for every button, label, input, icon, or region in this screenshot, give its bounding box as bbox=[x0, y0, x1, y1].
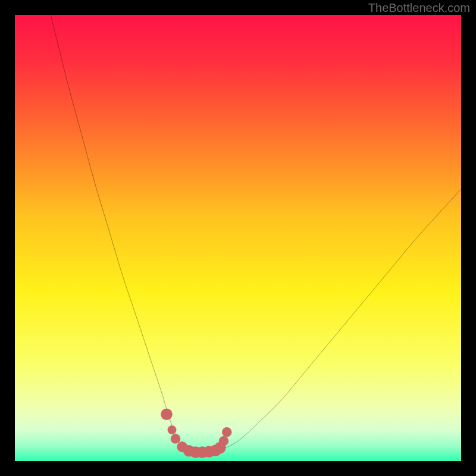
plot-area bbox=[15, 15, 461, 461]
bottleneck-curve bbox=[51, 15, 461, 452]
curve-marker bbox=[168, 425, 177, 434]
curve-marker bbox=[222, 427, 232, 437]
curve-marker bbox=[171, 434, 181, 444]
curve-marker bbox=[161, 409, 173, 420]
curve-marker bbox=[219, 436, 229, 446]
outer-frame: TheBottleneck.com bbox=[0, 0, 476, 476]
attribution-text: TheBottleneck.com bbox=[368, 1, 470, 15]
curve-markers bbox=[161, 409, 231, 458]
chart-svg bbox=[15, 15, 461, 461]
